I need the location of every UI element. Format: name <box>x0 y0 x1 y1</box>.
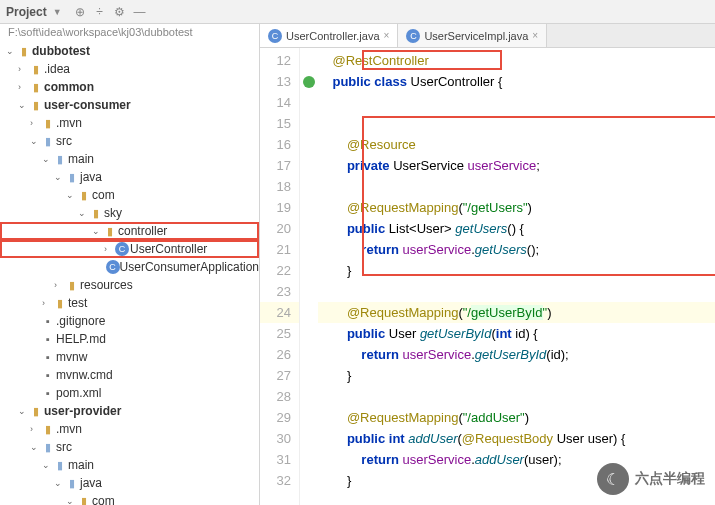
file-icon: ▪ <box>40 387 56 399</box>
code-line[interactable]: return userService.getUserById(id); <box>318 344 715 365</box>
tree-item[interactable]: ⌄▮sky <box>0 204 259 222</box>
code-line[interactable]: @Resource <box>318 134 715 155</box>
class-icon: C <box>268 29 282 43</box>
close-icon[interactable]: × <box>532 30 538 41</box>
expand-arrow-icon[interactable]: ⌄ <box>42 460 52 470</box>
expand-arrow-icon[interactable]: ⌄ <box>66 496 76 505</box>
tree-item[interactable]: ›▮common <box>0 78 259 96</box>
line-number: 13 <box>260 71 299 92</box>
project-sidebar[interactable]: F:\soft\idea\workspace\kj03\dubbotest ⌄▮… <box>0 24 260 505</box>
expand-arrow-icon[interactable]: ⌄ <box>54 478 64 488</box>
tree-item[interactable]: ⌄▮user-provider <box>0 402 259 420</box>
expand-arrow-icon[interactable]: › <box>30 424 40 434</box>
code-content[interactable]: @RestController public class UserControl… <box>318 48 715 505</box>
editor-tabs[interactable]: CUserController.java×CUserServiceImpl.ja… <box>260 24 715 48</box>
file-icon: ▪ <box>40 333 56 345</box>
tree-item[interactable]: ›CUserController <box>0 240 259 258</box>
tree-item[interactable]: ›▮test <box>0 294 259 312</box>
code-line[interactable]: } <box>318 365 715 386</box>
settings-icon[interactable]: ⚙ <box>112 4 128 20</box>
folder-icon: ▮ <box>102 225 118 238</box>
code-line[interactable]: public class UserController { <box>318 71 715 92</box>
code-line[interactable]: @RequestMapping("/getUserById") <box>318 302 715 323</box>
code-line[interactable] <box>318 113 715 134</box>
code-line[interactable]: public int addUser(@RequestBody User use… <box>318 428 715 449</box>
tree-item[interactable]: CUserConsumerApplication <box>0 258 259 276</box>
line-number: 31 <box>260 449 299 470</box>
code-line[interactable] <box>318 92 715 113</box>
line-number: 30 <box>260 428 299 449</box>
code-line[interactable]: return userService.getUsers(); <box>318 239 715 260</box>
expand-arrow-icon[interactable]: › <box>30 118 40 128</box>
folder-open-icon: ▮ <box>64 477 80 490</box>
select-opened-icon[interactable]: ⊕ <box>72 4 88 20</box>
class-icon: C <box>106 260 120 274</box>
tree-item-label: test <box>68 296 87 310</box>
expand-arrow-icon[interactable]: ⌄ <box>54 172 64 182</box>
tree-item[interactable]: ⌄▮com <box>0 492 259 505</box>
code-line[interactable] <box>318 176 715 197</box>
tree-item[interactable]: ⌄▮src <box>0 438 259 456</box>
close-icon[interactable]: × <box>384 30 390 41</box>
expand-arrow-icon[interactable]: › <box>18 82 28 92</box>
tree-item-label: main <box>68 152 94 166</box>
expand-arrow-icon[interactable]: ⌄ <box>30 136 40 146</box>
tree-item-label: mvnw <box>56 350 87 364</box>
tree-item[interactable]: ⌄▮com <box>0 186 259 204</box>
tree-item[interactable]: ⌄▮user-consumer <box>0 96 259 114</box>
tree-item[interactable]: ▪mvnw.cmd <box>0 366 259 384</box>
tree-item[interactable]: ▪mvnw <box>0 348 259 366</box>
line-number: 14 <box>260 92 299 113</box>
expand-arrow-icon[interactable]: › <box>42 298 52 308</box>
editor-tab[interactable]: CUserServiceImpl.java× <box>398 24 547 47</box>
expand-arrow-icon[interactable]: ⌄ <box>66 190 76 200</box>
tree-item[interactable]: ▪.gitignore <box>0 312 259 330</box>
hide-icon[interactable]: — <box>132 4 148 20</box>
folder-icon: ▮ <box>64 279 80 292</box>
expand-arrow-icon[interactable]: › <box>104 244 114 254</box>
code-line[interactable] <box>318 281 715 302</box>
tree-item[interactable]: ▪pom.xml <box>0 384 259 402</box>
code-line[interactable]: private UserService userService; <box>318 155 715 176</box>
tree-item-label: user-consumer <box>44 98 131 112</box>
code-line[interactable] <box>318 386 715 407</box>
folder-open-icon: ▮ <box>64 171 80 184</box>
tree-item[interactable]: ⌄▮dubbotest <box>0 42 259 60</box>
code-line[interactable]: @RequestMapping("/addUser") <box>318 407 715 428</box>
tree-item-label: pom.xml <box>56 386 101 400</box>
project-tree[interactable]: ⌄▮dubbotest›▮.idea›▮common⌄▮user-consume… <box>0 40 259 505</box>
tree-item-label: sky <box>104 206 122 220</box>
code-line[interactable]: @RequestMapping("/getUsers") <box>318 197 715 218</box>
tree-item[interactable]: ›▮.mvn <box>0 420 259 438</box>
code-line[interactable]: public List<User> getUsers() { <box>318 218 715 239</box>
expand-arrow-icon[interactable]: › <box>54 280 64 290</box>
dropdown-icon[interactable]: ▼ <box>53 7 62 17</box>
tree-item[interactable]: ⌄▮java <box>0 474 259 492</box>
code-line[interactable]: @RestController <box>318 50 715 71</box>
editor-tab[interactable]: CUserController.java× <box>260 24 398 47</box>
expand-arrow-icon[interactable]: ⌄ <box>6 46 16 56</box>
code-line[interactable]: } <box>318 260 715 281</box>
tree-item[interactable]: ▪HELP.md <box>0 330 259 348</box>
line-number: 19 <box>260 197 299 218</box>
expand-arrow-icon[interactable]: ⌄ <box>42 154 52 164</box>
tree-item[interactable]: ⌄▮java <box>0 168 259 186</box>
expand-arrow-icon[interactable]: ⌄ <box>30 442 40 452</box>
tree-item[interactable]: ⌄▮src <box>0 132 259 150</box>
tree-item[interactable]: ›▮.idea <box>0 60 259 78</box>
tree-item-label: .gitignore <box>56 314 105 328</box>
expand-arrow-icon[interactable]: › <box>18 64 28 74</box>
expand-arrow-icon[interactable]: ⌄ <box>78 208 88 218</box>
tree-item[interactable]: ⌄▮main <box>0 150 259 168</box>
expand-arrow-icon[interactable]: ⌄ <box>92 226 102 236</box>
expand-arrow-icon[interactable]: ⌄ <box>18 100 28 110</box>
code-editor[interactable]: 1213141516171819202122232425262728293031… <box>260 48 715 505</box>
collapse-icon[interactable]: ÷ <box>92 4 108 20</box>
tree-item[interactable]: ⌄▮controller <box>0 222 259 240</box>
class-icon: C <box>114 242 130 256</box>
code-line[interactable]: public User getUserById(int id) { <box>318 323 715 344</box>
tree-item[interactable]: ⌄▮main <box>0 456 259 474</box>
tree-item[interactable]: ›▮resources <box>0 276 259 294</box>
expand-arrow-icon[interactable]: ⌄ <box>18 406 28 416</box>
tree-item[interactable]: ›▮.mvn <box>0 114 259 132</box>
